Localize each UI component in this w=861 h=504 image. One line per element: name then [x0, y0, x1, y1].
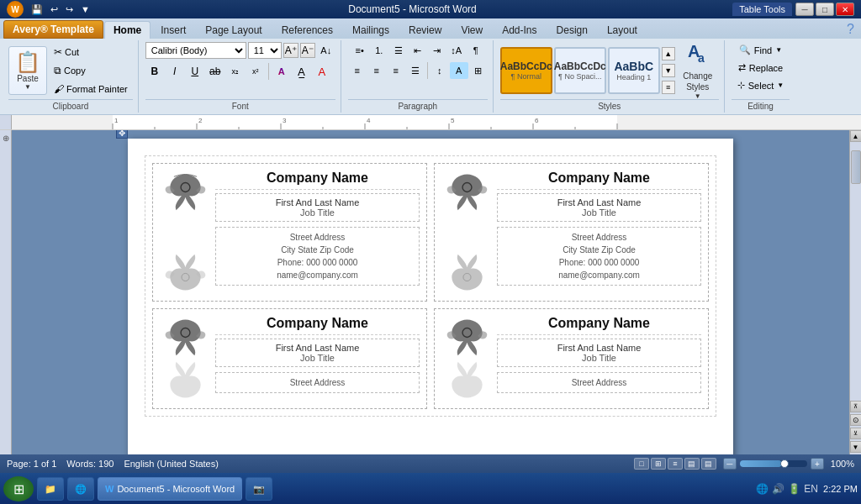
- taskbar-browser-btn[interactable]: 🌐: [67, 477, 94, 501]
- maximize-btn[interactable]: □: [816, 3, 834, 16]
- business-card-4[interactable]: Company Name First And Last Name Job Tit…: [434, 308, 709, 409]
- taskbar-explorer-btn[interactable]: 📁: [37, 477, 64, 501]
- business-card-2[interactable]: Company Name First And Last Name Job Tit…: [434, 163, 709, 302]
- document-canvas[interactable]: ✥: [12, 130, 849, 454]
- taskbar: ⊞ 📁 🌐 W Document5 - Microsoft Word 📷 🌐 🔊…: [0, 473, 861, 504]
- decrease-indent-btn[interactable]: ⇤: [409, 42, 427, 59]
- styles-scroll-down-btn[interactable]: ▼: [662, 64, 675, 77]
- zoom-in-btn[interactable]: +: [811, 458, 824, 470]
- view-full-btn[interactable]: ⊞: [651, 458, 666, 470]
- borders-btn[interactable]: ⊞: [469, 62, 488, 79]
- clipboard-content: 📋 Paste ▼ ✂ Cut ⧉ Copy 🖌 Format P: [8, 42, 133, 99]
- styles-expand-btn[interactable]: ≡: [662, 81, 675, 94]
- redo-quick-btn[interactable]: ↪: [63, 3, 76, 16]
- business-card-1[interactable]: Company Name First And Last Name Job Tit…: [152, 163, 427, 302]
- zoom-handle[interactable]: [780, 459, 789, 468]
- qa-dropdown-btn[interactable]: ▼: [78, 3, 92, 15]
- select-button[interactable]: ⊹ Select ▼: [732, 77, 790, 93]
- italic-button[interactable]: I: [166, 63, 184, 80]
- taskbar-camera-btn[interactable]: 📷: [246, 477, 272, 501]
- show-formatting-btn[interactable]: ¶: [467, 42, 485, 59]
- change-styles-button[interactable]: A a ChangeStyles ▼: [677, 47, 719, 94]
- shading-btn[interactable]: A: [450, 62, 468, 79]
- view-outline-btn[interactable]: ▤: [684, 458, 700, 470]
- scroll-page-down-btn[interactable]: ⊻: [850, 428, 862, 439]
- card-name-box-1: First And Last Name Job Title: [215, 193, 420, 222]
- tab-view[interactable]: View: [452, 21, 492, 39]
- save-quick-btn[interactable]: 💾: [29, 3, 45, 16]
- tab-mailings[interactable]: Mailings: [343, 21, 399, 39]
- style-normal[interactable]: AaBbCcDc ¶ Normal: [500, 47, 552, 94]
- paste-dropdown-arrow[interactable]: ▼: [24, 83, 31, 91]
- title-bar-controls[interactable]: ─ □ ✕: [795, 3, 854, 16]
- superscript-button[interactable]: x²: [246, 63, 265, 80]
- align-right-btn[interactable]: ≡: [387, 62, 405, 79]
- sort-btn[interactable]: ↕A: [447, 42, 466, 59]
- bullets-btn[interactable]: ≡•: [351, 42, 369, 59]
- close-btn[interactable]: ✕: [836, 3, 854, 16]
- scroll-select-btn[interactable]: ⊙: [850, 414, 862, 426]
- align-left-btn[interactable]: ≡: [348, 62, 367, 79]
- undo-quick-btn[interactable]: ↩: [48, 3, 61, 16]
- copy-button[interactable]: ⧉ Copy: [49, 62, 133, 79]
- text-highlight-btn[interactable]: A̲: [293, 63, 311, 80]
- tab-design[interactable]: Design: [547, 21, 597, 39]
- view-web-btn[interactable]: ≡: [668, 458, 683, 470]
- business-card-3[interactable]: Company Name First And Last Name Job Tit…: [152, 308, 427, 409]
- scroll-up-btn[interactable]: ▲: [850, 130, 862, 142]
- start-button[interactable]: ⊞: [3, 476, 34, 501]
- taskbar-word-btn[interactable]: W Document5 - Microsoft Word: [98, 477, 242, 501]
- multilevel-btn[interactable]: ☰: [389, 42, 408, 59]
- cut-button[interactable]: ✂ Cut: [49, 44, 133, 60]
- font-size-decrease-btn[interactable]: A⁻: [300, 43, 315, 58]
- vertical-scrollbar[interactable]: ▲ ⊼ ⊙ ⊻ ▼: [849, 130, 861, 454]
- underline-button[interactable]: U: [186, 63, 204, 80]
- tab-home[interactable]: Home: [104, 21, 151, 39]
- subscript-button[interactable]: x₂: [226, 63, 245, 80]
- increase-indent-btn[interactable]: ⇥: [428, 42, 446, 59]
- page-move-handle[interactable]: ✥: [116, 130, 128, 139]
- tab-layout[interactable]: Layout: [598, 21, 647, 39]
- scroll-thumb[interactable]: [851, 150, 861, 184]
- paste-button[interactable]: 📋 Paste ▼: [8, 46, 47, 95]
- clear-format-btn[interactable]: A↓: [317, 42, 335, 59]
- view-draft-btn[interactable]: ▤: [701, 458, 716, 470]
- ribbon-help-btn[interactable]: ?: [843, 20, 858, 39]
- change-styles-label: ChangeStyles: [683, 71, 712, 92]
- replace-button[interactable]: ⇄ Replace: [732, 60, 789, 76]
- scroll-page-up-btn[interactable]: ⊼: [850, 401, 862, 412]
- minimize-btn[interactable]: ─: [795, 3, 814, 16]
- justify-btn[interactable]: ☰: [406, 62, 425, 79]
- font-size-increase-btn[interactable]: A⁺: [283, 43, 298, 58]
- line-spacing-btn[interactable]: ↕: [430, 62, 449, 79]
- tab-references[interactable]: References: [272, 21, 342, 39]
- scroll-track[interactable]: [851, 142, 861, 401]
- text-effects-btn[interactable]: A: [272, 63, 291, 80]
- card-company-name-1: Company Name: [215, 171, 420, 190]
- font-name-select[interactable]: Calibri (Body): [145, 42, 246, 59]
- tab-avery[interactable]: Avery® Template: [3, 20, 103, 39]
- tab-review[interactable]: Review: [399, 21, 451, 39]
- find-label: Find: [754, 45, 772, 55]
- numbering-btn[interactable]: 1.: [370, 42, 388, 59]
- view-print-btn[interactable]: □: [634, 458, 649, 470]
- network-icon: 🌐: [756, 483, 769, 495]
- align-center-btn[interactable]: ≡: [367, 62, 386, 79]
- font-color-btn[interactable]: A: [313, 63, 331, 80]
- scroll-down-btn[interactable]: ▼: [850, 441, 862, 453]
- tab-insert[interactable]: Insert: [151, 21, 195, 39]
- format-painter-button[interactable]: 🖌 Format Painter: [49, 81, 133, 97]
- style-nospacing[interactable]: AaBbCcDc ¶ No Spaci...: [554, 47, 606, 94]
- tab-addins[interactable]: Add-Ins: [493, 21, 546, 39]
- card-ornament-1: [160, 171, 210, 294]
- zoom-bar[interactable]: [740, 460, 807, 467]
- styles-scroll-up-btn[interactable]: ▲: [662, 47, 675, 60]
- strikethrough-button[interactable]: ab: [206, 63, 224, 80]
- zoom-out-btn[interactable]: ─: [723, 458, 737, 470]
- bold-button[interactable]: B: [145, 63, 164, 80]
- card-city-1: City State Zip Code: [219, 244, 415, 256]
- tab-pagelayout[interactable]: Page Layout: [196, 21, 271, 39]
- style-heading1[interactable]: AaBbC Heading 1: [608, 47, 660, 94]
- find-button[interactable]: 🔍 Find ▼: [733, 42, 788, 58]
- font-size-select[interactable]: 11: [248, 42, 282, 59]
